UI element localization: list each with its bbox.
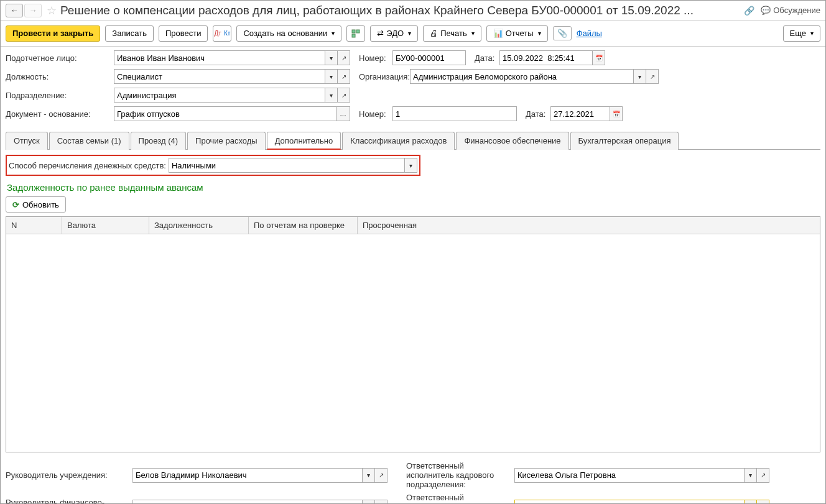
date-label: Дата: [468,53,497,63]
hr-input[interactable] [514,468,745,483]
create-based-on-button[interactable]: Создать на основании [236,25,341,42]
open-icon[interactable]: ↗ [338,69,350,84]
col-reports[interactable]: По отчетам на проверке [249,217,358,234]
print-label: Печать [440,29,467,38]
col-n[interactable]: N [6,217,62,234]
calendar-icon[interactable]: 📅 [593,50,605,65]
basis-date-label: Дата: [519,109,548,119]
nav-back-button[interactable]: ← [6,4,23,17]
payment-method-input[interactable] [169,158,405,173]
open-icon[interactable]: ↗ [338,88,350,103]
debt-section-title: Задолженность по ранее выданным авансам [7,182,820,193]
save-button[interactable]: Записать [105,25,154,42]
structure-button[interactable] [346,25,365,42]
tab-vacation[interactable]: Отпуск [6,132,48,150]
favorite-star-icon[interactable]: ☆ [47,4,57,17]
number-input[interactable] [392,50,466,65]
dropdown-icon[interactable]: ▾ [325,50,338,65]
edo-label: ЭДО [386,29,404,38]
head-input[interactable] [132,468,363,483]
payment-method-label: Способ перечисления денежных средств: [9,161,166,170]
basis-number-label: Номер: [353,109,390,119]
position-label: Должность: [6,72,111,81]
col-overdue[interactable]: Просроченная [358,217,820,234]
dropdown-icon[interactable]: ▾ [745,468,757,483]
dropdown-icon[interactable]: ▾ [405,158,417,173]
finance-head-label: Руководитель финансово-экономического по… [6,498,130,505]
tab-additional[interactable]: Дополнительно [267,132,341,150]
chart-icon: 📊 [493,29,503,38]
basis-doc-input[interactable] [114,106,336,121]
basis-number-input[interactable] [392,106,517,121]
finance-head-input[interactable] [132,500,363,505]
open-icon[interactable]: ↗ [375,468,387,483]
discussion-button[interactable]: 💬 Обсуждение [761,6,820,15]
division-input[interactable] [114,88,325,103]
post-and-close-button[interactable]: Провести и закрыть [6,25,100,42]
open-icon[interactable]: ↗ [757,468,769,483]
number-label: Номер: [353,53,390,63]
svg-rect-2 [352,34,355,37]
debt-table: N Валюта Задолженность По отчетам на про… [6,216,820,452]
date-input[interactable] [499,50,593,65]
dropdown-icon[interactable]: ▾ [363,468,375,483]
account-person-label: Подотчетное лицо: [6,53,111,63]
select-dots-icon[interactable]: ... [336,106,350,121]
open-icon[interactable]: ↗ [757,500,769,505]
svg-rect-0 [352,30,355,33]
page-title: Решение о компенсации расходов для лиц, … [60,4,744,17]
tab-classification[interactable]: Классификация расходов [342,132,455,150]
post-button[interactable]: Провести [159,25,208,42]
nav-forward-button[interactable]: → [24,4,42,17]
basis-doc-label: Документ - основание: [6,109,111,119]
open-icon[interactable]: ↗ [646,69,659,84]
dropdown-icon[interactable]: ▾ [363,500,375,505]
basis-date-input[interactable] [550,106,610,121]
hr-label: Ответственный исполнитель кадрового подр… [406,461,512,489]
col-currency[interactable]: Валюта [62,217,149,234]
dropdown-icon[interactable]: ▾ [325,69,338,84]
acc-input[interactable] [514,500,745,505]
open-icon[interactable]: ↗ [375,500,387,505]
print-button[interactable]: 🖨Печать [423,25,481,42]
org-input[interactable] [410,69,634,84]
printer-icon: 🖨 [430,29,438,38]
dropdown-icon[interactable]: ▾ [634,69,646,84]
tab-other-expenses[interactable]: Прочие расходы [187,132,266,150]
open-icon[interactable]: ↗ [338,50,350,65]
reports-button[interactable]: 📊Отчеты [486,25,548,42]
paperclip-icon[interactable]: 📎 [553,26,572,40]
calendar-icon[interactable]: 📅 [610,106,623,121]
more-button[interactable]: Еще [783,25,820,42]
tab-travel[interactable]: Проезд (4) [131,132,187,150]
dropdown-icon[interactable]: ▾ [745,500,757,505]
edo-icon: ⇄ [377,29,384,38]
refresh-button[interactable]: ⟳ Обновить [6,196,66,213]
edo-button[interactable]: ⇄ЭДО [370,25,418,42]
refresh-label: Обновить [22,200,59,209]
org-label: Организация: [353,72,407,81]
reports-label: Отчеты [506,29,534,38]
tab-family[interactable]: Состав семьи (1) [49,132,129,150]
payment-method-highlight: Способ перечисления денежных средств: ▾ [6,155,420,176]
position-input[interactable] [114,69,325,84]
link-icon[interactable]: 🔗 [744,6,754,16]
chat-icon: 💬 [761,6,771,15]
svg-rect-1 [356,30,360,33]
discussion-label: Обсуждение [773,6,820,15]
acc-label: Ответственный исполнитель бухгалтерской … [406,493,512,504]
tab-accounting[interactable]: Бухгалтерская операция [570,132,679,150]
dropdown-icon[interactable]: ▾ [325,88,338,103]
division-label: Подразделение: [6,91,111,100]
tab-financing[interactable]: Финансовое обеспечение [456,132,568,150]
col-debt[interactable]: Задолженность [149,217,249,234]
debit-credit-button[interactable]: ДтКт [213,25,231,42]
table-body[interactable] [6,234,820,452]
account-person-input[interactable] [114,50,325,65]
head-label: Руководитель учреждения: [6,470,130,480]
files-link[interactable]: Файлы [577,29,602,38]
refresh-icon: ⟳ [12,200,19,209]
